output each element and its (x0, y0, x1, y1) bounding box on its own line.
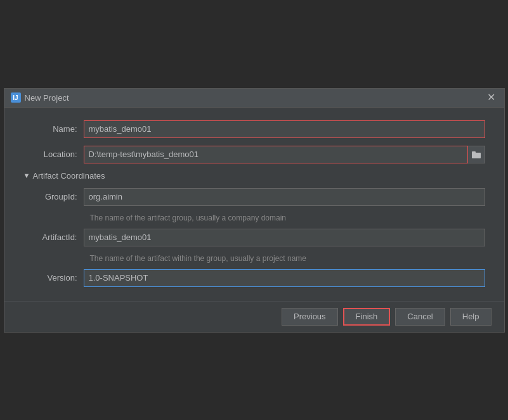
finish-button[interactable]: Finish (343, 308, 391, 326)
name-label: Name: (23, 124, 84, 134)
location-input[interactable] (84, 146, 468, 163)
version-row: Version: (23, 269, 485, 287)
group-id-input[interactable] (84, 188, 485, 206)
title-bar: IJ New Project ✕ (4, 89, 504, 108)
group-id-row: GroupId: (23, 188, 485, 206)
cancel-button[interactable]: Cancel (395, 308, 445, 326)
location-label: Location: (23, 150, 84, 159)
artifact-id-row: ArtifactId: (23, 229, 485, 246)
artifact-id-input[interactable] (84, 229, 485, 246)
artifact-id-help: The name of the artifact within the grou… (84, 254, 485, 263)
version-input[interactable] (84, 269, 485, 287)
folder-icon (472, 151, 481, 158)
name-row: Name: (23, 120, 485, 138)
dialog-footer: Previous Finish Cancel Help (4, 301, 504, 332)
location-input-group (84, 146, 485, 163)
location-row: Location: (23, 146, 485, 163)
help-button[interactable]: Help (450, 308, 492, 326)
previous-button[interactable]: Previous (282, 308, 338, 326)
group-id-help: The name of the artifact group, usually … (84, 213, 485, 222)
name-input[interactable] (84, 120, 485, 138)
artifact-section-title: Artifact Coordinates (32, 171, 105, 181)
new-project-dialog: IJ New Project ✕ Name: Location: (4, 88, 505, 333)
artifact-id-label: ArtifactId: (23, 232, 84, 242)
artifact-section-header: ▼ Artifact Coordinates (23, 171, 485, 181)
collapse-icon[interactable]: ▼ (23, 172, 30, 179)
dialog-title: New Project (25, 93, 69, 103)
group-id-label: GroupId: (23, 192, 84, 201)
dialog-body: Name: Location: ▼ Artifact Coordinates (4, 108, 504, 301)
dialog-icon: IJ (11, 92, 21, 103)
svg-rect-0 (472, 153, 481, 158)
version-label: Version: (23, 273, 84, 283)
browse-button[interactable] (468, 146, 485, 163)
close-button[interactable]: ✕ (485, 91, 498, 104)
svg-rect-1 (472, 151, 476, 153)
title-bar-left: IJ New Project (11, 92, 69, 103)
